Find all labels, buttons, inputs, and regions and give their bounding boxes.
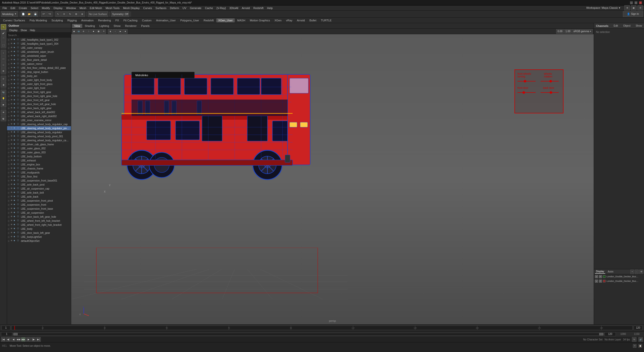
next-key-btn[interactable]: |▶: [31, 337, 36, 342]
range-start-input[interactable]: [1, 332, 12, 336]
menu-create[interactable]: Create: [17, 6, 29, 10]
menu-mesh-display[interactable]: Mesh Display: [122, 6, 141, 10]
outliner-search-input[interactable]: [8, 33, 70, 38]
menu-redshift[interactable]: Redshift: [252, 6, 265, 10]
outliner-item[interactable]: ▷ 👁 ◈ ⬡ LBE_body_bottom: [7, 154, 71, 158]
outliner-item[interactable]: ▷ 👁 ◈ ⬡ LBE_wheel_front_left_hub_bracket: [7, 219, 71, 223]
outliner-item[interactable]: ▷ 👁 ◈ ⬡ LBE_wheel_back_right_disk002: [7, 114, 71, 118]
outliner-item[interactable]: ▷ 👁 ◈ ⬡ LBE_suspension_front_pivot: [7, 199, 71, 203]
show-tab[interactable]: Show: [635, 24, 643, 28]
outliner-item[interactable]: ▷ 👁 ◈ ⬡ LBE_outer_light_front_body: [7, 78, 71, 82]
workspace-btn-3[interactable]: ☰: [637, 5, 643, 11]
outliner-item[interactable]: ▷ 👁 ◈ ⬡ LBE_body: [7, 227, 71, 231]
ctx-tab-custom[interactable]: Custom: [140, 18, 153, 22]
paint-btn[interactable]: 🖌: [1, 30, 6, 36]
exposure-field[interactable]: 0.00: [556, 29, 564, 34]
outliner-item[interactable]: ▷ 👁 ◈ ⬡ LBE_door_front_left_gear: [7, 98, 71, 102]
outliner-item[interactable]: ▷ 👁 ◈ ⬡ LBE_suspension_front_base001: [7, 179, 71, 183]
outliner-item[interactable]: ▷ 👁 ◈ ⬡ LBE_outer_glass_003: [7, 150, 71, 154]
menu-generate[interactable]: Generate: [188, 6, 203, 10]
menu-file[interactable]: File: [1, 6, 9, 10]
object-tab[interactable]: Object: [622, 24, 631, 28]
outliner-item[interactable]: ▷ 👁 ◈ ⬡ LBE_air_suspension: [7, 211, 71, 215]
outliner-item[interactable]: ▷ 👁 ◈ ⬡ LBE_engine_box: [7, 162, 71, 166]
outliner-item[interactable]: ▷ 👁 ◈ ⬡ LBE_wheel_front_right_hub_bracke…: [7, 223, 71, 227]
go-start-btn[interactable]: |◀: [1, 337, 6, 342]
menu-edit[interactable]: Edit: [9, 6, 17, 10]
outliner-item[interactable]: ▷ 👁 ◈ ⬡ LBE_stop_signal_button: [7, 70, 71, 74]
menu-curves[interactable]: Curves: [142, 6, 153, 10]
menu-vray[interactable]: {V-Ray}: [215, 6, 227, 10]
layer-item-1[interactable]: V P London_Double_Decker_Bus_Enviro_400_…: [594, 274, 644, 279]
ctx-tab-redshift[interactable]: Redshift: [202, 18, 216, 22]
timeline-track[interactable]: 10 30 50 70 90 110 130 15: [11, 326, 633, 330]
outliner-item[interactable]: ▷ 👁 ◈ ⬡ LBE_steering_wheel_body_pivot_00…: [7, 134, 71, 138]
ctx-tab-animation[interactable]: Animation: [79, 18, 96, 22]
outliner-item[interactable]: ▷ 👁 ◈ ⬡ LBE_steering_wheel_body_regulato…: [7, 122, 71, 126]
outliner-item[interactable]: ▷ 👁 ◈ ⬡ LBE_outer_glass_002: [7, 146, 71, 150]
sign-in-btn[interactable]: 👤 Sign In: [623, 11, 643, 17]
snap-btn[interactable]: ⊙: [1, 76, 6, 81]
outliner-item[interactable]: ▷ 👁 ◈ ⬡ LBE_steering_wheel_body_regulato…: [7, 126, 71, 130]
rotate-tool[interactable]: ↻: [67, 11, 73, 17]
vp-tab-view[interactable]: View: [72, 24, 82, 28]
universal-tool[interactable]: ⊕: [79, 11, 85, 17]
outliner-item[interactable]: ▷ 👁 ◈ ⬡ LBE_saloon_mirror: [7, 62, 71, 66]
soft-select-btn[interactable]: ◑: [1, 82, 6, 87]
ctx-tab-turtle[interactable]: TURTLE: [319, 18, 334, 22]
vp-ao[interactable]: ○: [113, 29, 117, 34]
ctx-tab-fx[interactable]: FX: [113, 18, 121, 22]
outliner-item[interactable]: ▷ 👁 ◈ ⬡ LBE_air_suspension_cap: [7, 187, 71, 191]
gamma-dropdown[interactable]: sRGB gamma ▼: [572, 29, 593, 34]
maximize-button[interactable]: □: [634, 1, 637, 4]
range-thumb-right[interactable]: [599, 333, 603, 335]
outliner-item[interactable]: ▷ 👁 ◈ ⬡ LBE_outer_canopy: [7, 46, 71, 50]
menu-edit-mesh[interactable]: Edit Mesh: [88, 6, 104, 10]
ctx-tab-animuser[interactable]: Animation_User: [154, 18, 178, 22]
view-btn[interactable]: ⬕: [1, 116, 6, 121]
scale-tool[interactable]: ⊞: [73, 11, 79, 17]
redo-btn[interactable]: ↪: [47, 11, 53, 17]
ctx-tab-rendering[interactable]: Rendering: [96, 18, 113, 22]
outliner-item[interactable]: ▷ 👁 ◈ ⬡ LBE_first_floor_ceiling_detail_0…: [7, 66, 71, 70]
ctx-tab-mash[interactable]: MASH: [235, 18, 247, 22]
menu-select[interactable]: Select: [29, 6, 40, 10]
ctx-tab-bullet[interactable]: Bullet: [307, 18, 318, 22]
select-mode-btn[interactable]: ↖: [1, 24, 6, 30]
outliner-menu-display[interactable]: Display: [8, 29, 19, 32]
layer-p-1[interactable]: P: [599, 275, 602, 278]
ctx-tab-poly[interactable]: Poly Modeling: [27, 18, 49, 22]
vp-tab-show[interactable]: Show: [112, 24, 123, 28]
display-btn[interactable]: 👁: [1, 110, 6, 115]
marquee-btn[interactable]: ⬚: [1, 42, 6, 48]
vp-textured[interactable]: ▦: [96, 29, 101, 34]
layer-vis-1[interactable]: V: [595, 275, 598, 278]
anim-knob-4[interactable]: [550, 91, 552, 94]
go-end-btn[interactable]: ▶|: [36, 337, 41, 342]
vp-lights[interactable]: ☀: [101, 29, 106, 34]
outliner-item[interactable]: ▷ 👁 ◈ ⬡ LBE_wheel_back_left_disk002: [7, 110, 71, 114]
sound-btn[interactable]: 🔊: [638, 337, 643, 342]
outliner-item[interactable]: ▷ 👁 ◈ ⬡ LBE_windshield_wiper_brush: [7, 50, 71, 54]
menu-display[interactable]: Display: [52, 6, 64, 10]
outliner-item[interactable]: ▷ 👁 ◈ ⬡ LBE_inner_rearview_mirror: [7, 118, 71, 122]
workspace-btn-1[interactable]: ⚙: [624, 5, 630, 11]
menu-modify[interactable]: Modify: [40, 6, 51, 10]
outliner-item[interactable]: ▷ 👁 ◈ ⬡ LBE_chassis_frame: [7, 166, 71, 170]
vertex-btn[interactable]: ▪: [1, 50, 6, 56]
rb-new-layer[interactable]: +: [630, 270, 634, 274]
menu-window[interactable]: Window: [65, 6, 77, 10]
no-live-surface[interactable]: No Live Surface: [88, 11, 108, 17]
save-btn[interactable]: 💾: [33, 11, 38, 17]
vp-shaded[interactable]: ■: [91, 29, 96, 34]
outliner-item[interactable]: ▷ 👁 ◈ ⬡ LBE_axle_back_post: [7, 183, 71, 187]
status-icon-2[interactable]: 📋: [638, 344, 642, 348]
outliner-menu-help[interactable]: Help: [29, 29, 36, 32]
menu-arnold[interactable]: Arnold: [240, 6, 251, 10]
outliner-item[interactable]: ▷ 👁 ◈ ⬡ LBE_headlights_back_type1_002: [7, 38, 71, 42]
light-btn[interactable]: 💡: [1, 96, 6, 101]
outliner-item[interactable]: ▷ 👁 ◈ ⬡ LBE_axle_back_bolt: [7, 191, 71, 195]
range-slider[interactable]: [13, 333, 603, 335]
outliner-item[interactable]: ▷ 👁 ◈ ⬡ LBE_axle_back: [7, 195, 71, 199]
anim-knob-1[interactable]: [524, 80, 526, 82]
